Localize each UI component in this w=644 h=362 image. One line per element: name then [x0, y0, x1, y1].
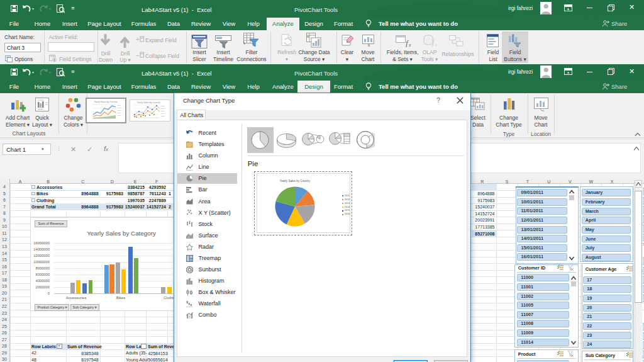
svg-text:2011: 2011: [161, 105, 165, 107]
svg-text:+: +: [136, 36, 140, 43]
svg-text:Yearly Sales by Country: Yearly Sales by Country: [136, 101, 160, 104]
svg-text:i: i: [54, 58, 55, 62]
svg-text:2013: 2013: [161, 110, 165, 112]
svg-text:–: –: [136, 52, 140, 59]
svg-text:2013: 2013: [118, 110, 121, 111]
svg-text:2012: 2012: [161, 108, 165, 110]
svg-text:2014: 2014: [118, 112, 121, 114]
svg-text:2011: 2011: [118, 105, 121, 106]
svg-text:Yearly Sales by Country: Yearly Sales by Country: [94, 101, 117, 103]
svg-text:2014: 2014: [161, 113, 165, 115]
svg-text:x: x: [408, 42, 411, 47]
svg-text:2015: 2015: [161, 115, 165, 117]
svg-text:2012: 2012: [118, 107, 121, 109]
svg-text:x: x: [435, 42, 438, 47]
svg-text:2015: 2015: [118, 115, 121, 116]
